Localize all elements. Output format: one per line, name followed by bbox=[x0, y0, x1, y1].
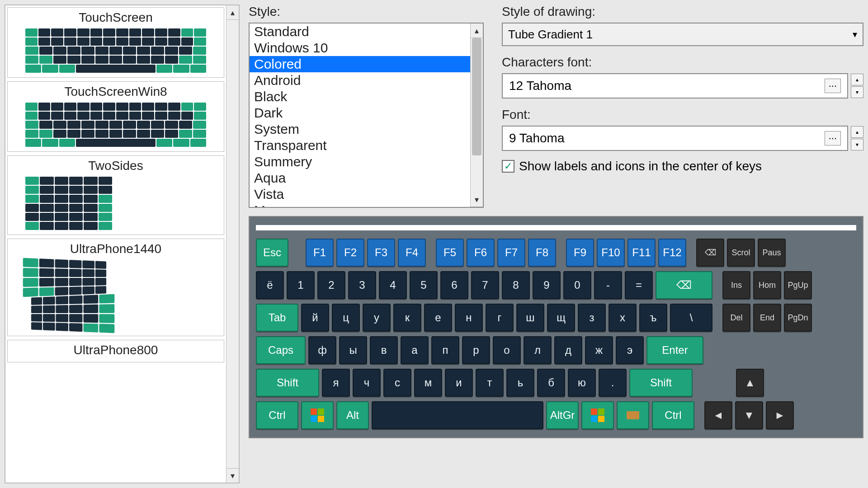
key-m[interactable]: ь bbox=[506, 369, 534, 397]
style-option[interactable]: Transparent bbox=[250, 137, 470, 154]
key-y[interactable]: н bbox=[455, 304, 483, 332]
key-w[interactable]: ц bbox=[332, 304, 360, 332]
key-4[interactable]: 4 bbox=[379, 271, 407, 299]
layout-item-ultraphone1440[interactable]: UltraPhone1440 bbox=[7, 239, 224, 336]
scroll-down-icon[interactable]: ▾ bbox=[471, 192, 483, 207]
key-6[interactable]: 6 bbox=[440, 271, 468, 299]
spin-down-icon[interactable]: ▾ bbox=[851, 86, 863, 98]
ellipsis-button[interactable]: ··· bbox=[825, 131, 841, 145]
key-minus[interactable]: - bbox=[594, 271, 622, 299]
key-bracket-r[interactable]: ъ bbox=[639, 304, 667, 332]
key-space[interactable] bbox=[372, 401, 543, 429]
key-arrow-down[interactable]: ▼ bbox=[735, 401, 763, 429]
key-f5[interactable]: F5 bbox=[436, 239, 464, 267]
key-f10[interactable]: F10 bbox=[597, 239, 625, 267]
spin-down-icon[interactable]: ▾ bbox=[851, 139, 863, 150]
key-f3[interactable]: F3 bbox=[367, 239, 395, 267]
key-5[interactable]: 5 bbox=[410, 271, 438, 299]
key-8[interactable]: 8 bbox=[502, 271, 530, 299]
scroll-thumb[interactable] bbox=[472, 38, 481, 155]
key-q[interactable]: й bbox=[301, 304, 329, 332]
key-win-left[interactable] bbox=[301, 401, 334, 429]
spin-up-icon[interactable]: ▴ bbox=[851, 126, 863, 138]
key-f7[interactable]: F7 bbox=[497, 239, 525, 267]
key-f12[interactable]: F12 bbox=[658, 239, 686, 267]
char-font-field[interactable]: 12 Tahoma ··· bbox=[502, 73, 848, 99]
key-f[interactable]: а bbox=[401, 336, 429, 364]
key-j[interactable]: о bbox=[493, 336, 521, 364]
key-enter[interactable]: Enter bbox=[646, 336, 703, 364]
key-o[interactable]: щ bbox=[547, 304, 575, 332]
key-slash[interactable]: . bbox=[599, 369, 627, 397]
key-pageup[interactable]: PgUp bbox=[784, 271, 812, 299]
char-font-spinner[interactable]: ▴ ▾ bbox=[851, 74, 863, 98]
style-listbox[interactable]: StandardWindows 10ColoredAndroidBlackDar… bbox=[249, 23, 484, 208]
key-arrow-left[interactable]: ◄ bbox=[704, 401, 732, 429]
key-win-right[interactable] bbox=[581, 401, 614, 429]
key-k[interactable]: л bbox=[524, 336, 552, 364]
key-scrolllock[interactable]: Scrol bbox=[727, 239, 755, 267]
layout-item-touchscreen[interactable]: TouchScreen bbox=[7, 7, 224, 78]
ellipsis-button[interactable]: ··· bbox=[825, 79, 841, 93]
key-bracket-l[interactable]: х bbox=[609, 304, 637, 332]
sidebar-scrollbar[interactable]: ▴ ▾ bbox=[226, 5, 239, 483]
key-t[interactable]: е bbox=[424, 304, 452, 332]
key-p[interactable]: з bbox=[578, 304, 606, 332]
key-0[interactable]: 0 bbox=[563, 271, 591, 299]
center-labels-checkbox[interactable]: ✓ Show labels and icons in the center of… bbox=[502, 159, 863, 174]
key-2[interactable]: 2 bbox=[317, 271, 345, 299]
key-esc[interactable]: Esc bbox=[256, 239, 288, 267]
key-end[interactable]: End bbox=[753, 304, 781, 332]
key-backspace[interactable]: ⌫ bbox=[656, 271, 712, 299]
key-e[interactable]: у bbox=[363, 304, 391, 332]
key-tab[interactable]: Tab bbox=[256, 304, 298, 332]
key-a[interactable]: ф bbox=[308, 336, 336, 364]
key-alt[interactable]: Alt bbox=[336, 401, 369, 429]
key-r[interactable]: к bbox=[393, 304, 421, 332]
key-ctrl-right[interactable]: Ctrl bbox=[652, 401, 694, 429]
drawing-style-combo[interactable]: Tube Gradient 1 ▾ bbox=[502, 23, 863, 46]
key-z[interactable]: я bbox=[322, 369, 350, 397]
style-option[interactable]: Summery bbox=[250, 154, 470, 170]
key-menu[interactable] bbox=[617, 401, 649, 429]
key-quote[interactable]: э bbox=[616, 336, 644, 364]
key-delete[interactable]: Del bbox=[722, 304, 750, 332]
key-capslock[interactable]: Caps bbox=[256, 336, 306, 364]
style-option[interactable]: Standard bbox=[250, 23, 470, 40]
style-option[interactable]: System bbox=[250, 121, 470, 137]
scroll-up-icon[interactable]: ▴ bbox=[471, 23, 483, 38]
key-comma[interactable]: б bbox=[537, 369, 565, 397]
key-shift-right[interactable]: Shift bbox=[629, 369, 693, 397]
key-semicolon[interactable]: ж bbox=[585, 336, 613, 364]
key-i[interactable]: ш bbox=[516, 304, 544, 332]
key-h[interactable]: р bbox=[462, 336, 490, 364]
style-option[interactable]: Dark bbox=[250, 105, 470, 121]
layout-item-twosides[interactable]: TwoSides bbox=[7, 155, 224, 235]
key-period[interactable]: ю bbox=[568, 369, 596, 397]
key-backslash[interactable]: \ bbox=[670, 304, 712, 332]
key-f11[interactable]: F11 bbox=[627, 239, 656, 267]
key-shift-left[interactable]: Shift bbox=[256, 369, 319, 397]
key-arrow-right[interactable]: ► bbox=[766, 401, 794, 429]
style-option[interactable]: Black bbox=[250, 89, 470, 105]
key-pagedown[interactable]: PgDn bbox=[784, 304, 812, 332]
key-s[interactable]: ы bbox=[339, 336, 367, 364]
key-arrow-up[interactable]: ▲ bbox=[736, 369, 764, 397]
key-f4[interactable]: F4 bbox=[398, 239, 426, 267]
key-equals[interactable]: = bbox=[625, 271, 653, 299]
scroll-down-icon[interactable]: ▾ bbox=[226, 468, 239, 483]
layout-list[interactable]: TouchScreen TouchScreenWin8 bbox=[5, 5, 226, 483]
style-option[interactable]: Colored bbox=[250, 56, 470, 72]
key-7[interactable]: 7 bbox=[471, 271, 499, 299]
key-1[interactable]: 1 bbox=[287, 271, 315, 299]
font-field[interactable]: 9 Tahoma ··· bbox=[502, 126, 848, 151]
key-9[interactable]: 9 bbox=[533, 271, 561, 299]
key-grave[interactable]: ё bbox=[256, 271, 284, 299]
style-option[interactable]: Vista bbox=[250, 186, 470, 202]
style-option[interactable]: Windows 10 bbox=[250, 40, 470, 56]
listbox-scrollbar[interactable]: ▴ ▾ bbox=[470, 23, 483, 207]
key-home[interactable]: Hom bbox=[753, 271, 781, 299]
key-l[interactable]: д bbox=[554, 336, 582, 364]
key-pause[interactable]: Paus bbox=[758, 239, 786, 267]
key-f2[interactable]: F2 bbox=[336, 239, 364, 267]
